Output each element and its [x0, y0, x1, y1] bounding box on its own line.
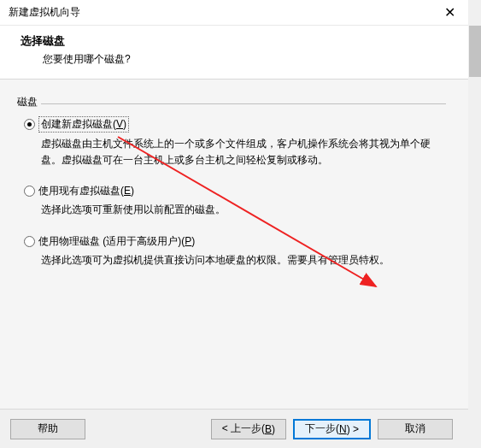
cancel-button[interactable]: 取消 — [378, 419, 453, 439]
page-subtitle: 您要使用哪个磁盘? — [21, 52, 460, 67]
radio-row-existing[interactable]: 使用现有虚拟磁盘(E) — [24, 184, 446, 198]
scrollbar[interactable] — [469, 26, 481, 77]
option-use-existing: 使用现有虚拟磁盘(E) 选择此选项可重新使用以前配置的磁盘。 — [24, 184, 446, 218]
content-area: 磁盘 创建新虚拟磁盘(V) 虚拟磁盘由主机文件系统上的一个或多个文件组成，客户机… — [0, 80, 468, 409]
radio-group: 创建新虚拟磁盘(V) 虚拟磁盘由主机文件系统上的一个或多个文件组成，客户机操作系… — [15, 104, 446, 268]
page-title: 选择磁盘 — [21, 34, 460, 49]
option-create-new: 创建新虚拟磁盘(V) 虚拟磁盘由主机文件系统上的一个或多个文件组成，客户机操作系… — [24, 116, 446, 168]
radio-label: 使用物理磁盘 (适用于高级用户)(P) — [38, 234, 195, 249]
next-button[interactable]: 下一步(N) > — [293, 419, 371, 439]
section-legend: 磁盘 — [15, 95, 39, 109]
radio-row-create[interactable]: 创建新虚拟磁盘(V) — [24, 116, 446, 133]
close-button[interactable]: ✕ — [437, 3, 461, 22]
option-desc: 选择此选项可重新使用以前配置的磁盘。 — [24, 198, 446, 218]
titlebar: 新建虚拟机向导 ✕ — [0, 0, 468, 26]
radio-icon — [24, 119, 35, 130]
option-physical: 使用物理磁盘 (适用于高级用户)(P) 选择此选项可为虚拟机提供直接访问本地硬盘… — [24, 234, 446, 268]
back-button[interactable]: < 上一步(B) — [211, 419, 286, 439]
button-bar: 帮助 < 上一步(B) 下一步(N) > 取消 — [0, 409, 468, 448]
radio-icon — [24, 186, 35, 197]
option-desc: 选择此选项可为虚拟机提供直接访问本地硬盘的权限。需要具有管理员特权。 — [24, 249, 446, 268]
radio-label: 创建新虚拟磁盘(V) — [38, 116, 129, 133]
radio-label: 使用现有虚拟磁盘(E) — [38, 184, 134, 198]
radio-icon — [24, 236, 35, 247]
help-button[interactable]: 帮助 — [10, 419, 85, 439]
disk-section: 磁盘 创建新虚拟磁盘(V) 虚拟磁盘由主机文件系统上的一个或多个文件组成，客户机… — [15, 95, 446, 268]
wizard-dialog: 新建虚拟机向导 ✕ 选择磁盘 您要使用哪个磁盘? 磁盘 创建新虚拟磁盘(V) 虚… — [0, 0, 468, 448]
close-icon: ✕ — [444, 4, 455, 21]
radio-row-physical[interactable]: 使用物理磁盘 (适用于高级用户)(P) — [24, 234, 446, 249]
option-desc: 虚拟磁盘由主机文件系统上的一个或多个文件组成，客户机操作系统会将其视为单个硬盘。… — [24, 133, 446, 168]
window-title: 新建虚拟机向导 — [9, 5, 80, 20]
wizard-header: 选择磁盘 您要使用哪个磁盘? — [0, 26, 468, 80]
